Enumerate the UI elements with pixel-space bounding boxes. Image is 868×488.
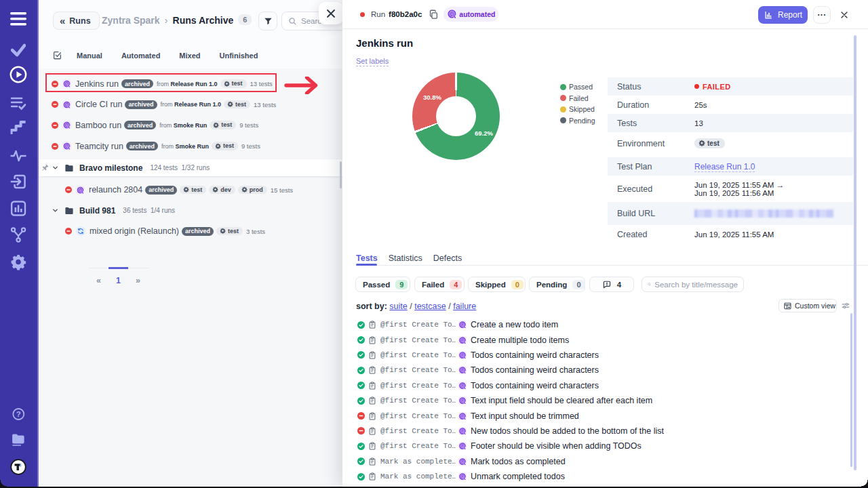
svg-text:?: ? (16, 410, 20, 418)
